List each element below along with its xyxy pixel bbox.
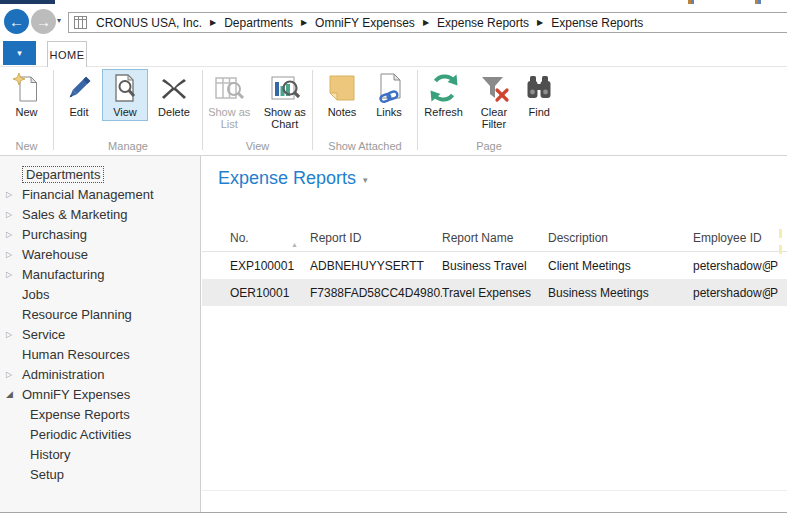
sidebar-item-administration[interactable]: ▷Administration	[0, 364, 200, 384]
sidebar-item-jobs[interactable]: Jobs	[0, 284, 200, 304]
edit-button[interactable]: Edit	[58, 69, 100, 121]
ribbon-button-label: Show as List	[205, 106, 254, 130]
truncated-header-fragment	[779, 229, 782, 238]
sidebar-item-omnify-expenses[interactable]: ◢OmniFY Expenses	[0, 384, 200, 404]
cell-report-id[interactable]: F7388FAD58CC4D4980...	[310, 286, 442, 300]
show-as-chart-button[interactable]: Show as Chart	[258, 69, 312, 133]
sidebar-item-setup[interactable]: Setup	[0, 464, 200, 484]
sidebar-item-manufacturing[interactable]: ▷Manufacturing	[0, 264, 200, 284]
ribbon-group-label: New	[0, 140, 53, 155]
cell-employee-id[interactable]: petershadow@c...	[693, 259, 770, 273]
new-document-icon	[11, 72, 43, 104]
cell-report-id[interactable]: ADBNEHUYYSERTT	[310, 259, 442, 273]
cell-truncated[interactable]: P	[770, 286, 787, 300]
expanded-arrow-icon[interactable]: ◢	[6, 389, 22, 399]
back-arrow-icon: ←	[9, 14, 24, 29]
sidebar-item-warehouse[interactable]: ▷Warehouse	[0, 244, 200, 264]
view-button[interactable]: View	[102, 69, 148, 121]
notes-button[interactable]: Notes	[319, 69, 365, 121]
table-header-row: No.▲ Report ID Report Name Description E…	[202, 224, 787, 252]
application-window: ← → ▾ CRONUS USA, Inc. ▶ Departments ▶ O…	[0, 0, 787, 517]
ribbon-button-label: Edit	[70, 106, 89, 118]
navigation-bar: ← → ▾ CRONUS USA, Inc. ▶ Departments ▶ O…	[0, 5, 787, 39]
sidebar-item-departments[interactable]: Departments	[0, 164, 200, 184]
cell-description[interactable]: Client Meetings	[548, 259, 693, 273]
collapse-arrow-icon[interactable]: ▷	[6, 230, 22, 239]
notes-sticky-icon	[326, 72, 358, 104]
breadcrumb-item[interactable]: OmniFY Expenses	[315, 16, 415, 30]
window-bottom-edge	[0, 512, 787, 513]
column-header-no[interactable]: No.▲	[202, 224, 310, 251]
sidebar-item-label: Purchasing	[22, 227, 87, 242]
sidebar-item-resource-planning[interactable]: Resource Planning	[0, 304, 200, 324]
sidebar-item-label: Resource Planning	[22, 307, 132, 322]
sidebar-item-purchasing[interactable]: ▷Purchasing	[0, 224, 200, 244]
page-title[interactable]: Expense Reports ▾	[218, 168, 368, 189]
chevron-down-icon[interactable]: ▾	[363, 175, 368, 185]
forward-button[interactable]: →	[31, 9, 56, 34]
show-as-list-icon	[213, 72, 245, 104]
column-header-report-id[interactable]: Report ID	[310, 224, 442, 251]
collapse-arrow-icon[interactable]: ▷	[6, 330, 22, 339]
ribbon-button-label: Delete	[158, 106, 190, 118]
application-menu-button[interactable]: ▾	[3, 41, 36, 65]
refresh-button[interactable]: Refresh	[418, 69, 469, 121]
delete-button[interactable]: Delete	[150, 69, 198, 121]
sidebar-item-financial-management[interactable]: ▷Financial Management	[0, 184, 200, 204]
ribbon-group-label: Page	[418, 140, 560, 155]
titlebar-speck	[755, 0, 761, 4]
table-row-selected[interactable]: OER10001 F7388FAD58CC4D4980... Travel Ex…	[202, 279, 787, 306]
cell-truncated[interactable]: P	[770, 259, 787, 273]
sidebar-item-label: Financial Management	[22, 187, 154, 202]
collapse-arrow-icon[interactable]: ▷	[6, 370, 22, 379]
sort-ascending-icon: ▲	[291, 241, 298, 251]
sidebar-item-expense-reports[interactable]: Expense Reports	[0, 404, 200, 424]
breadcrumb-separator-icon: ▶	[301, 18, 307, 27]
ribbon-button-label: Notes	[328, 106, 357, 118]
back-button[interactable]: ←	[4, 9, 29, 34]
breadcrumb-separator-icon: ▶	[423, 18, 429, 27]
breadcrumb-item[interactable]: Expense Reports	[437, 16, 529, 30]
breadcrumb-company[interactable]: CRONUS USA, Inc.	[96, 16, 202, 30]
sidebar-item-sales-marketing[interactable]: ▷Sales & Marketing	[0, 204, 200, 224]
sidebar-item-periodic-activities[interactable]: Periodic Activities	[0, 424, 200, 444]
titlebar-fragment	[0, 0, 55, 4]
address-bar[interactable]: CRONUS USA, Inc. ▶ Departments ▶ OmniFY …	[68, 12, 787, 33]
tab-home[interactable]: HOME	[47, 41, 87, 68]
sidebar-item-label: History	[30, 447, 70, 462]
find-binoculars-icon	[523, 72, 555, 104]
find-button[interactable]: Find	[519, 69, 560, 121]
column-header-description[interactable]: Description	[548, 224, 693, 251]
sidebar-item-history[interactable]: History	[0, 444, 200, 464]
collapse-arrow-icon[interactable]: ▷	[6, 270, 22, 279]
ribbon-group-view: Show as List Show as Chart View	[203, 67, 312, 155]
ribbon-group-new: New New	[0, 67, 53, 155]
cell-no[interactable]: EXP100001	[202, 259, 310, 273]
ribbon-button-label: Links	[376, 106, 402, 118]
breadcrumb-item[interactable]: Expense Reports	[551, 16, 643, 30]
cell-description[interactable]: Business Meetings	[548, 286, 693, 300]
sidebar-item-service[interactable]: ▷Service	[0, 324, 200, 344]
sidebar-item-label: Service	[22, 327, 65, 342]
cell-report-name[interactable]: Business Travel	[442, 259, 548, 273]
ribbon: New New Edit	[0, 67, 787, 156]
links-button[interactable]: Links	[367, 69, 411, 121]
new-button[interactable]: New	[9, 69, 45, 121]
history-dropdown-icon[interactable]: ▾	[57, 16, 61, 25]
collapse-arrow-icon[interactable]: ▷	[6, 190, 22, 199]
table-row[interactable]: EXP100001 ADBNEHUYYSERTT Business Travel…	[202, 252, 787, 279]
sidebar-item-human-resources[interactable]: Human Resources	[0, 344, 200, 364]
column-header-employee-id[interactable]: Employee ID	[693, 224, 770, 251]
chevron-down-icon: ▾	[17, 48, 22, 58]
cell-no[interactable]: OER10001	[202, 286, 310, 300]
breadcrumb-separator-icon: ▶	[210, 18, 216, 27]
collapse-arrow-icon[interactable]: ▷	[6, 210, 22, 219]
sidebar-item-label: Expense Reports	[30, 407, 130, 422]
cell-employee-id[interactable]: petershadow@c...	[693, 286, 770, 300]
cell-report-name[interactable]: Travel Expenses	[442, 286, 548, 300]
column-header-report-name[interactable]: Report Name	[442, 224, 548, 251]
collapse-arrow-icon[interactable]: ▷	[6, 250, 22, 259]
clear-filter-button[interactable]: Clear Filter	[471, 69, 516, 133]
breadcrumb-item[interactable]: Departments	[224, 16, 293, 30]
page-title-text: Expense Reports	[218, 168, 356, 189]
